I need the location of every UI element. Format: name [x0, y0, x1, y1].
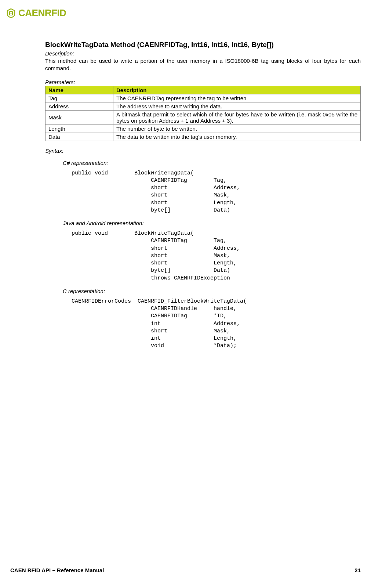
description-text: This method can be used to write a porti…	[45, 57, 361, 72]
c-code: CAENRFIDErrorCodes CAENRFID_FilterBlockW…	[72, 298, 361, 350]
parameters-label: Parameters:	[45, 79, 361, 85]
table-row: Tag The CAENRFIDTag representing the tag…	[46, 94, 361, 102]
param-name: Mask	[46, 110, 113, 125]
param-desc: The address where to start writing the d…	[113, 102, 361, 110]
java-label: Java and Android representation:	[63, 220, 361, 226]
param-desc: The data to be written into the tag's us…	[113, 133, 361, 141]
brand-logo: CAENRFID	[6, 7, 361, 19]
table-row: Length The number of byte to be written.	[46, 125, 361, 133]
param-desc: The CAENRFIDTag representing the tag to …	[113, 94, 361, 102]
syntax-label: Syntax:	[45, 148, 361, 154]
param-desc: A bitmask that permit to select which of…	[113, 110, 361, 125]
c-label: C representation:	[63, 288, 361, 294]
document-content: BlockWriteTagData Method (CAENRFIDTag, I…	[45, 41, 361, 350]
param-name: Length	[46, 125, 113, 133]
description-label: Description:	[45, 50, 361, 57]
shield-icon	[6, 8, 16, 18]
java-code: public void BlockWriteTagData( CAENRFIDT…	[72, 230, 361, 282]
page-number: 21	[354, 567, 361, 573]
page-footer: CAEN RFID API – Reference Manual 21	[10, 567, 361, 573]
table-row: Address The address where to start writi…	[46, 102, 361, 110]
param-name: Address	[46, 102, 113, 110]
footer-title: CAEN RFID API – Reference Manual	[10, 567, 104, 573]
param-desc: The number of byte to be written.	[113, 125, 361, 133]
method-title: BlockWriteTagData Method (CAENRFIDTag, I…	[45, 41, 361, 49]
parameters-table: Name Description Tag The CAENRFIDTag rep…	[45, 86, 361, 141]
brand-name: CAENRFID	[18, 7, 66, 19]
param-name: Data	[46, 133, 113, 141]
param-header-name: Name	[46, 86, 113, 94]
table-row: Mask A bitmask that permit to select whi…	[46, 110, 361, 125]
svg-point-1	[11, 12, 12, 14]
param-name: Tag	[46, 94, 113, 102]
param-header-desc: Description	[113, 86, 361, 94]
table-row: Data The data to be written into the tag…	[46, 133, 361, 141]
csharp-label: C# representation:	[63, 160, 361, 166]
csharp-code: public void BlockWriteTagData( CAENRFIDT…	[72, 170, 361, 214]
